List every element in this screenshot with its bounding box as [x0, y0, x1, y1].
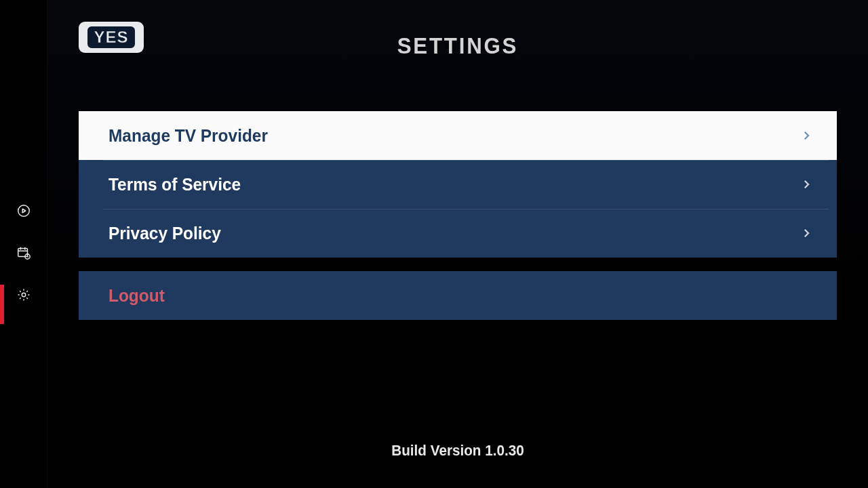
sidebar-item-watch[interactable]	[16, 205, 31, 220]
main-content: YES SETTINGS Manage TV Provider Terms of…	[47, 0, 868, 488]
page-title: SETTINGS	[80, 33, 835, 59]
svg-point-3	[22, 293, 26, 297]
svg-rect-1	[18, 249, 27, 257]
row-terms-of-service[interactable]: Terms of Service	[79, 160, 837, 209]
chevron-right-icon	[800, 178, 812, 190]
app-root: YES SETTINGS Manage TV Provider Terms of…	[0, 0, 868, 488]
row-logout[interactable]: Logout	[79, 271, 837, 320]
schedule-icon	[16, 245, 31, 263]
settings-group-session: Logout	[79, 271, 837, 320]
play-circle-icon	[16, 203, 31, 221]
settings-list: Manage TV Provider Terms of Service Priv…	[79, 111, 837, 333]
chevron-right-icon	[800, 129, 812, 142]
sidebar-item-schedule[interactable]	[16, 247, 31, 262]
row-label: Manage TV Provider	[108, 125, 268, 146]
build-version: Build Version 1.0.30	[72, 442, 843, 460]
gear-icon	[16, 287, 31, 305]
row-label: Terms of Service	[108, 174, 241, 195]
row-privacy-policy[interactable]: Privacy Policy	[79, 209, 837, 258]
sidebar-icon-list	[0, 205, 47, 304]
sidebar	[0, 0, 47, 488]
chevron-right-icon	[800, 227, 812, 239]
row-label: Logout	[108, 285, 165, 306]
svg-point-0	[18, 205, 29, 217]
sidebar-item-settings[interactable]	[16, 289, 31, 304]
row-manage-tv-provider[interactable]: Manage TV Provider	[79, 111, 837, 160]
row-label: Privacy Policy	[108, 223, 221, 244]
settings-group-account: Manage TV Provider Terms of Service Priv…	[79, 111, 837, 258]
